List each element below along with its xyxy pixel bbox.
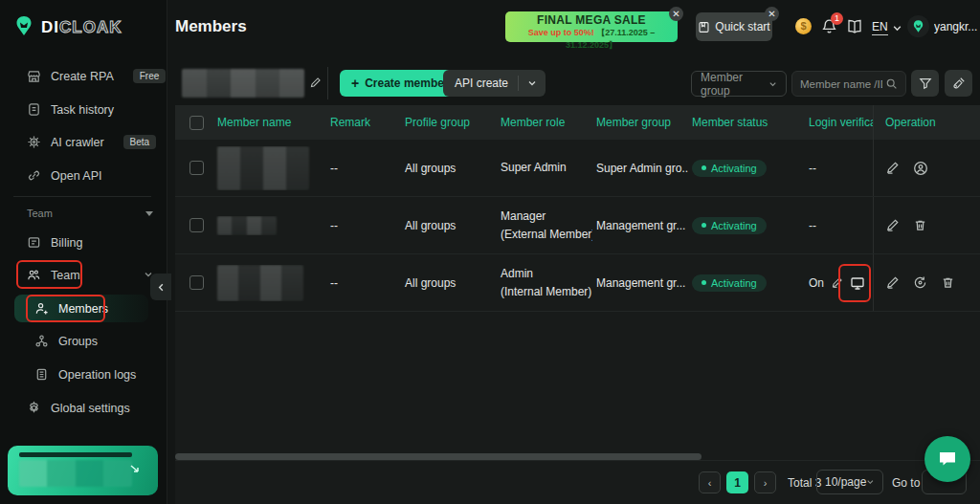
- sidebar-item-open-api[interactable]: Open API: [27, 168, 102, 183]
- gear-icon: [27, 401, 41, 415]
- sidebar-item-label: Create RPA: [51, 70, 114, 83]
- crawler-bug-icon: [27, 135, 41, 149]
- sidebar-item-label: AI crawler: [51, 136, 104, 149]
- next-page-button[interactable]: ›: [754, 471, 776, 493]
- coin-icon[interactable]: $: [795, 18, 812, 34]
- sidebar-item-label: Team: [51, 269, 80, 282]
- chevron-down-icon: [866, 477, 875, 487]
- col-member-name: Member name: [213, 116, 326, 129]
- username-text[interactable]: yangkr...: [934, 20, 978, 33]
- api-create-button[interactable]: API create: [443, 70, 546, 97]
- row-checkbox[interactable]: [189, 275, 204, 290]
- sidebar-item-label: Operation logs: [58, 368, 136, 382]
- sidebar-item-create-rpa[interactable]: Create RPA Free: [27, 69, 166, 83]
- monitor-icon[interactable]: [850, 275, 865, 291]
- remark-cell: --: [326, 276, 401, 290]
- sidebar-collapse-button[interactable]: [150, 274, 171, 300]
- edit-team-name-icon[interactable]: [309, 76, 322, 93]
- sidebar-item-label: Open API: [51, 169, 102, 183]
- toolbar-divider: [327, 67, 328, 99]
- remark-cell: --: [326, 162, 401, 175]
- login-verification-cell: On: [805, 275, 873, 291]
- team-people-icon: [27, 268, 41, 282]
- member-person-icon: [34, 301, 49, 316]
- app-window: DICLOAK Create RPA Free Task history AI …: [0, 0, 980, 504]
- document-icon: [27, 102, 41, 117]
- support-chat-button[interactable]: [924, 436, 970, 482]
- sidebar-item-label: Billing: [51, 236, 82, 250]
- status-badge: Activating: [692, 274, 767, 292]
- profile-group-cell: All groups: [401, 219, 497, 232]
- sale-banner-close-icon[interactable]: ✕: [669, 7, 683, 21]
- beta-badge: Beta: [123, 135, 157, 149]
- member-group-placeholder: Member group: [701, 71, 768, 98]
- docs-button[interactable]: [846, 18, 863, 35]
- clear-filter-button[interactable]: [945, 70, 972, 97]
- redacted-member-name: [217, 265, 303, 301]
- sale-banner[interactable]: FINAL MEGA SALE Save up to 50%! 【27.11.2…: [505, 11, 678, 42]
- chevron-down-icon[interactable]: [519, 78, 546, 88]
- sidebar-item-ai-crawler[interactable]: AI crawler Beta: [27, 135, 156, 149]
- app-logo[interactable]: DICLOAK: [12, 14, 122, 41]
- horizontal-scrollbar[interactable]: [175, 453, 702, 460]
- sidebar-divider: [13, 196, 151, 197]
- logo-wordmark: DICLOAK: [41, 18, 122, 37]
- current-page-button[interactable]: 1: [726, 471, 748, 493]
- member-group-select[interactable]: Member group: [691, 71, 787, 97]
- col-member-status: Member status: [688, 116, 805, 129]
- sidebar: DICLOAK Create RPA Free Task history AI …: [0, 0, 167, 504]
- link-icon: [27, 168, 41, 183]
- row-checkbox[interactable]: [189, 161, 204, 175]
- col-operation: Operation: [873, 105, 980, 140]
- arrow-right-icon: [129, 462, 145, 479]
- sidebar-item-groups[interactable]: Groups: [34, 334, 98, 348]
- sidebar-item-billing[interactable]: Billing: [27, 235, 82, 250]
- logs-list-icon: [34, 367, 49, 382]
- goto-label: Go to: [892, 476, 920, 490]
- redacted-member-name: [217, 216, 277, 235]
- select-all-checkbox[interactable]: [189, 116, 204, 130]
- delete-icon[interactable]: [913, 218, 927, 232]
- edit-icon[interactable]: [885, 161, 900, 175]
- edit-verification-icon[interactable]: [831, 276, 843, 289]
- delete-icon[interactable]: [941, 275, 955, 290]
- chevron-down-icon: [768, 79, 777, 89]
- member-group-cell: Super Admin gro...: [592, 162, 688, 175]
- member-search-input[interactable]: [800, 78, 882, 90]
- status-dot-icon: [702, 223, 706, 228]
- filter-button[interactable]: [911, 70, 939, 97]
- language-label: EN: [872, 20, 888, 35]
- edit-icon[interactable]: [885, 275, 900, 290]
- language-selector[interactable]: EN: [872, 20, 902, 35]
- search-icon[interactable]: [885, 77, 898, 90]
- sidebar-item-task-history[interactable]: Task history: [27, 102, 114, 117]
- member-role-cell: Manager(External Member): [497, 208, 592, 243]
- sidebar-item-operation-logs[interactable]: Operation logs: [34, 367, 136, 382]
- sidebar-item-global-settings[interactable]: Global settings: [27, 401, 130, 415]
- create-member-label: Create member: [365, 77, 448, 90]
- status-dot-icon: [702, 165, 706, 170]
- team-section-header[interactable]: Team: [27, 208, 153, 219]
- redacted-team-name: [182, 69, 304, 98]
- sale-banner-title: FINAL MEGA SALE: [505, 13, 678, 27]
- prev-page-button[interactable]: ‹: [699, 471, 721, 493]
- groups-hierarchy-icon: [34, 334, 49, 348]
- user-avatar[interactable]: [907, 15, 929, 37]
- sidebar-item-members[interactable]: Members: [34, 301, 108, 316]
- notification-bell[interactable]: 1: [821, 18, 838, 35]
- promo-card[interactable]: [8, 446, 158, 495]
- edit-icon[interactable]: [885, 218, 900, 232]
- row-checkbox[interactable]: [189, 218, 204, 232]
- member-group-cell: Management gr...: [592, 219, 688, 232]
- sidebar-item-team[interactable]: Team: [27, 268, 153, 282]
- page-size-select[interactable]: 10/page: [816, 470, 883, 494]
- quick-start-close-icon[interactable]: ✕: [765, 7, 779, 21]
- assign-user-icon[interactable]: [913, 161, 928, 176]
- redacted-promo-text: [19, 460, 132, 487]
- quick-start-button[interactable]: Quick start: [696, 12, 772, 41]
- reset-password-icon[interactable]: [913, 275, 927, 290]
- profile-group-cell: All groups: [401, 276, 497, 290]
- table-row: -- All groups Super Admin Super Admin gr…: [175, 140, 980, 197]
- table-row: -- All groups Manager(External Member) M…: [175, 197, 980, 254]
- create-member-button[interactable]: + Create member: [340, 70, 460, 97]
